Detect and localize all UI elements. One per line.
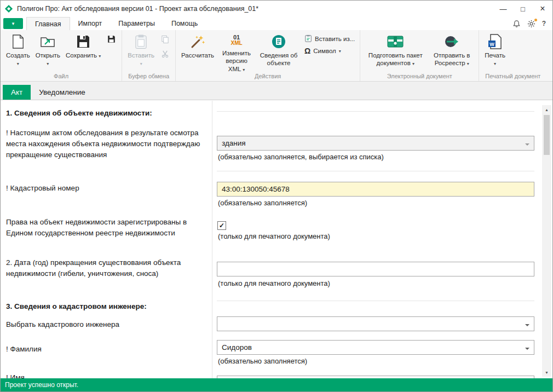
scroll-down-button[interactable]: ▼ [542,368,551,377]
app-window: Полигон Про: Акт обследования версии 01 … [0,0,553,392]
rights-registered-hint: (только для печатного документа) [218,232,330,240]
dropdown-arrow-icon: ▾ [99,54,101,59]
tab-label: Главная [35,20,61,28]
minimize-icon: — [500,5,507,13]
app-logo-icon [4,4,13,13]
close-button[interactable]: × [533,1,552,17]
window-controls: — □ × [493,1,552,17]
paste-button[interactable]: Вставить▾ [125,31,157,73]
ribbon-group-actions: Рассчитать 01 XML Изменить версию XML ▾ … [176,30,360,81]
tab-pomoshch[interactable]: Помощь [163,17,206,30]
tab-label: Помощь [171,20,198,27]
scroll-up-button[interactable]: ▲ [542,105,551,114]
scroll-up-icon: ▲ [545,108,549,112]
chevron-down-icon [525,143,529,148]
symbol-button[interactable]: Ω Символ ▾ [304,47,355,55]
magic-wand-icon [190,33,205,50]
chevron-down-icon [525,324,529,328]
group-label-actions: Действия [177,73,358,81]
chevron-down-icon [525,348,529,352]
group-label-file: Файл [2,73,120,81]
dropdown-arrow-icon: ▾ [47,61,49,66]
calculate-button[interactable]: Рассчитать [178,31,217,73]
surname-label: ! Фамилия [6,344,204,355]
statement-label: ! Настоящим актом обследования в результ… [6,128,204,160]
prepare-package-button[interactable]: Подготовить пакет документов ▾ [363,31,428,73]
termination-date-input[interactable] [217,262,534,276]
open-label: Открыть [36,52,60,59]
cadastral-number-input[interactable] [217,182,534,197]
cut-icon [161,50,169,60]
print-button[interactable]: W Печать▾ [482,31,508,73]
chevron-down-icon: ▾ [12,21,15,26]
paste-from-label: Вставить из... [315,36,355,42]
vertical-scrollbar[interactable]: ▲ ▼ [542,105,551,377]
surname-select[interactable]: Сидоров [217,340,534,355]
copy-button[interactable] [158,34,171,46]
open-folder-icon [40,33,55,50]
ribbon: Создать▾ Открыть▾ Сохранить ▾ [1,30,552,82]
maximize-button[interactable]: □ [513,1,533,17]
document-tabs: Акт Уведомление [1,82,552,100]
group-label-print: Печатный документ [481,73,545,81]
status-text: Проект успешно открыт. [5,381,78,389]
object-type-select[interactable]: здания [217,136,534,151]
help-icon[interactable]: ? [542,20,546,27]
title-bar: Полигон Про: Акт обследования версии 01 … [1,1,552,17]
cut-button[interactable] [158,49,171,61]
word-document-icon: W [488,33,502,50]
save-icon [76,33,90,50]
termination-date-hint: (только для печатного документа) [218,279,330,287]
copy-icon [161,35,169,45]
dropdown-arrow-icon: ▾ [339,49,341,54]
send-rosreestr-label: Отправить в Росреестр [434,52,470,66]
tab-import[interactable]: Импорт [70,17,111,30]
row-separator [217,171,534,171]
ribbon-tab-row: ▾ Главная Импорт Параметры Помощь ? [1,17,552,30]
titlebar-utility-icons: ? [512,17,552,30]
paste-from-button[interactable]: Вставить из... [304,34,355,43]
section2-label: 2. Дата (год) прекращения существования … [6,257,204,279]
file-menu-button[interactable]: ▾ [3,18,23,29]
maximize-icon: □ [521,5,525,13]
doc-tab-notification-label: Уведомление [39,88,85,96]
send-rosreestr-button[interactable]: Отправить в Росреестр ▾ [428,31,476,73]
open-button[interactable]: Открыть▾ [33,31,63,73]
create-button[interactable]: Создать▾ [3,31,33,73]
object-info-button[interactable]: Сведения об объекте [256,31,301,73]
gear-icon[interactable] [527,20,535,28]
save-as-icon [107,35,116,45]
help-glyph: ? [542,20,546,27]
minimize-button[interactable]: — [493,1,513,17]
doc-tab-act[interactable]: Акт [3,85,31,100]
row-separator [217,111,534,112]
cadastral-label: ! Кадастровый номер [6,183,204,194]
print-label: Печать [485,52,505,59]
surname-value: Сидоров [222,343,252,351]
status-bar: Проект успешно открыт. [1,378,552,391]
ribbon-group-file: Создать▾ Открыть▾ Сохранить ▾ [1,30,122,81]
rights-label: Права на объект недвижимости зарегистрир… [6,217,204,239]
change-xml-version-button[interactable]: 01 XML Изменить версию XML ▾ [217,31,256,73]
bell-icon[interactable] [512,20,521,28]
new-document-icon [11,33,25,50]
tab-glavnaya[interactable]: Главная [26,17,70,30]
ribbon-group-clipboard: Вставить▾ Буфер обмена [122,30,176,81]
close-icon: × [540,4,545,14]
checkmark-icon: ✓ [219,222,224,229]
scrollbar-thumb[interactable] [544,115,550,155]
paste-label: Вставить [128,52,154,59]
rights-registered-checkbox[interactable]: ✓ [217,221,226,230]
save-button[interactable]: Сохранить ▾ [63,31,103,73]
dropdown-arrow-icon: ▾ [17,61,19,66]
dropdown-arrow-icon: ▾ [412,61,414,66]
object-info-label: Сведения об объекте [260,52,298,66]
section3-heading: 3. Сведения о кадастровом инженере: [6,301,204,312]
xml-icon-bottom-text: XML [231,41,242,47]
scroll-down-icon: ▼ [545,371,549,374]
tab-label: Импорт [78,20,102,27]
engineer-select[interactable] [217,316,534,331]
save-as-button[interactable] [105,34,118,46]
tab-parametry[interactable]: Параметры [110,17,163,30]
doc-tab-notification[interactable]: Уведомление [31,85,94,100]
